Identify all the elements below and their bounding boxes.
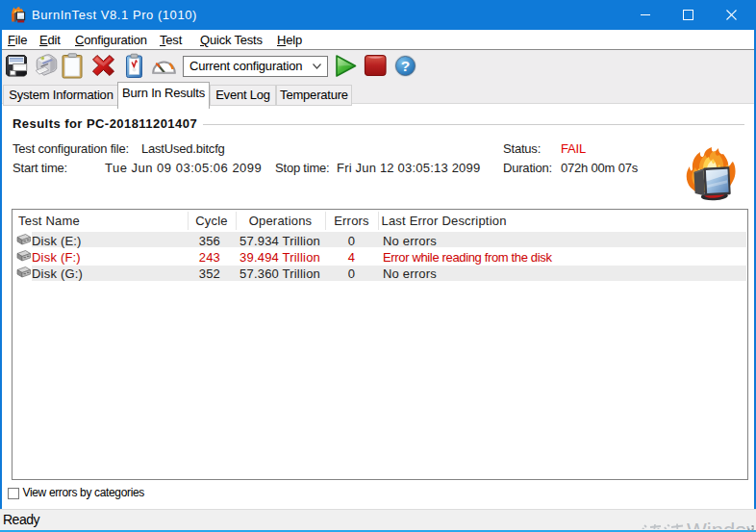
svg-text:?: ? <box>401 58 410 74</box>
